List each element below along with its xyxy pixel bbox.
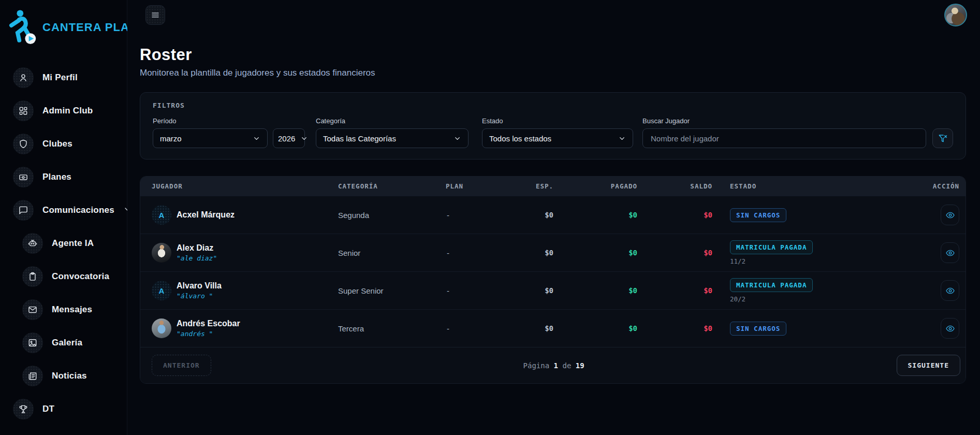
table-row: Andrés Escobar "andrés " Tercera - $0 $0… xyxy=(140,309,966,347)
avatar-initial: A xyxy=(159,211,165,220)
sidebar-item-galeria[interactable]: Galería xyxy=(0,326,127,359)
clipboard-icon xyxy=(22,266,43,287)
category-label: Categoría xyxy=(316,117,469,125)
sidebar-item-label: Mi Perfil xyxy=(42,72,78,83)
player-saldo: $0 xyxy=(642,211,718,219)
filters-title: FILTROS xyxy=(153,102,953,109)
current-page: 1 xyxy=(554,361,558,370)
sidebar-item-convocatoria[interactable]: Convocatoria xyxy=(0,260,127,293)
sidebar-item-label: Planes xyxy=(42,172,71,182)
player-plan: - xyxy=(446,249,513,257)
page-title: Roster xyxy=(140,46,966,64)
brand-logo[interactable]: CANTERA PLAY xyxy=(0,0,127,47)
page-label: Página xyxy=(523,361,550,370)
sidebar-item-comunicaciones[interactable]: Comunicaciones xyxy=(0,194,127,227)
player-avatar xyxy=(152,243,171,263)
player-name: Alex Diaz xyxy=(177,243,217,253)
status-badge: MATRICULA PAGADA xyxy=(730,278,813,292)
sidebar-item-mi-perfil[interactable]: Mi Perfil xyxy=(0,61,127,94)
sidebar-item-label: Convocatoria xyxy=(52,271,109,282)
status-sub: 20/2 xyxy=(730,295,927,303)
player-esp: $0 xyxy=(513,286,559,295)
shield-icon xyxy=(13,134,34,154)
player-nickname: "álvaro " xyxy=(177,292,222,300)
search-field: Buscar Jugador xyxy=(642,117,926,148)
col-saldo: SALDO xyxy=(642,182,718,190)
period-year-select[interactable]: 2026 xyxy=(273,128,305,148)
clear-filters-button[interactable] xyxy=(932,128,953,148)
view-player-button[interactable] xyxy=(941,280,959,301)
sidebar-item-clubes[interactable]: Clubes xyxy=(0,127,127,161)
view-player-button[interactable] xyxy=(941,318,959,339)
player-category: Tercera xyxy=(338,324,446,333)
sidebar-item-mensajes[interactable]: Mensajes xyxy=(0,293,127,326)
main-area: Roster Monitorea la plantilla de jugador… xyxy=(127,0,980,435)
eye-icon xyxy=(945,324,955,334)
table-row: A Alvaro Villa "álvaro " Super Senior - … xyxy=(140,271,966,309)
view-player-button[interactable] xyxy=(941,205,959,225)
player-avatar xyxy=(152,318,171,338)
page-subtitle: Monitorea la plantilla de jugadores y su… xyxy=(140,68,966,78)
sidebar-item-planes[interactable]: Planes xyxy=(0,161,127,194)
player-saldo: $0 xyxy=(642,324,718,332)
search-input[interactable] xyxy=(642,128,926,148)
period-month-select[interactable]: marzo xyxy=(153,128,268,148)
col-pagado: PAGADO xyxy=(559,182,642,190)
sidebar-item-label: Agente IA xyxy=(52,238,94,249)
search-label: Buscar Jugador xyxy=(642,117,926,125)
status-select[interactable]: Todos los estados xyxy=(482,128,633,148)
page-indicator: Página 1 de 19 xyxy=(523,361,584,370)
status-badge: SIN CARGOS xyxy=(730,322,786,336)
sidebar-item-admin-club[interactable]: Admin Club xyxy=(0,94,127,127)
sidebar-item-label: Galería xyxy=(52,338,82,348)
eye-icon xyxy=(945,248,955,258)
brand-name: CANTERA PLAY xyxy=(42,21,137,34)
status-label: Estado xyxy=(482,117,633,125)
player-category: Senior xyxy=(338,249,446,257)
sidebar-nav: Mi Perfil Admin Club Clubes Planes xyxy=(0,61,127,426)
app-root: CANTERA PLAY Mi Perfil Admin Club Clubes xyxy=(0,0,980,435)
sidebar-item-label: Comunicaciones xyxy=(42,205,114,215)
sidebar-item-label: Noticias xyxy=(52,371,87,381)
status-badge: MATRICULA PAGADA xyxy=(730,240,813,254)
chevron-down-icon xyxy=(454,135,461,142)
hamburger-icon xyxy=(151,10,160,20)
sidebar-item-label: DT xyxy=(42,404,54,414)
grid-icon xyxy=(13,100,34,121)
user-avatar[interactable] xyxy=(944,4,967,26)
player-avatar: A xyxy=(152,205,171,225)
user-icon xyxy=(13,67,34,88)
player-name: Alvaro Villa xyxy=(177,281,222,291)
avatar-initial: A xyxy=(159,286,165,295)
robot-icon xyxy=(22,233,43,254)
category-field: Categoría Todas las Categorías xyxy=(316,117,469,148)
mail-icon xyxy=(22,299,43,320)
period-field: Período marzo 2026 xyxy=(153,117,305,148)
sidebar-item-label: Clubes xyxy=(42,139,72,149)
next-page-button[interactable]: SIGUIENTE xyxy=(897,355,960,376)
previous-page-button[interactable]: ANTERIOR xyxy=(152,355,211,376)
player-esp: $0 xyxy=(513,211,559,219)
filter-x-icon xyxy=(938,134,947,143)
sidebar: CANTERA PLAY Mi Perfil Admin Club Clubes xyxy=(0,0,127,435)
col-estado: ESTADO xyxy=(718,182,927,190)
eye-icon xyxy=(945,286,955,296)
sidebar-item-agente-ia[interactable]: Agente IA xyxy=(0,227,127,260)
col-plan: PLAN xyxy=(446,182,513,190)
chevron-down-icon xyxy=(618,135,626,142)
pagination: ANTERIOR Página 1 de 19 SIGUIENTE xyxy=(140,347,966,383)
menu-button[interactable] xyxy=(145,5,165,25)
sidebar-item-dt[interactable]: DT xyxy=(0,393,127,426)
player-name: Andrés Escobar xyxy=(177,319,240,328)
eye-icon xyxy=(945,210,955,220)
player-plan: - xyxy=(446,286,513,295)
table-row: A Acxel Márquez Segunda - $0 $0 $0 SIN C… xyxy=(140,196,966,234)
sidebar-item-noticias[interactable]: Noticias xyxy=(0,359,127,393)
sidebar-item-label: Mensajes xyxy=(52,304,92,315)
period-label: Período xyxy=(153,117,305,125)
topbar xyxy=(127,0,980,30)
sidebar-item-label: Admin Club xyxy=(42,106,93,116)
status-value: Todos los estados xyxy=(489,134,551,143)
view-player-button[interactable] xyxy=(941,242,959,263)
category-select[interactable]: Todas las Categorías xyxy=(316,128,469,148)
